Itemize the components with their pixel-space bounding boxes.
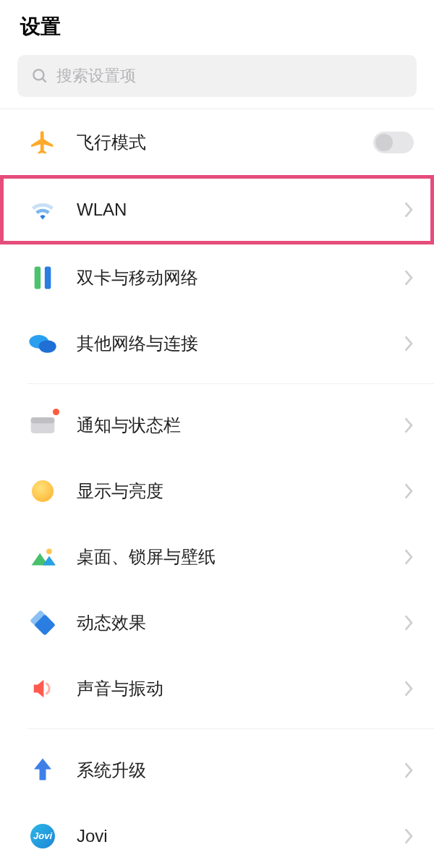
chevron-right-icon xyxy=(404,202,414,218)
row-label: 动态效果 xyxy=(77,611,404,634)
header: 设置 xyxy=(0,0,434,51)
group-separator xyxy=(0,376,434,392)
brightness-icon xyxy=(27,476,58,506)
row-wallpaper[interactable]: 桌面、锁屏与壁纸 xyxy=(0,524,434,590)
motion-icon xyxy=(27,608,58,638)
chevron-right-icon xyxy=(404,270,414,286)
row-display[interactable]: 显示与亮度 xyxy=(0,458,434,524)
chevron-right-icon xyxy=(404,417,414,433)
svg-point-5 xyxy=(39,340,56,352)
chevron-right-icon xyxy=(404,828,414,844)
svg-rect-7 xyxy=(31,417,55,423)
sound-icon xyxy=(27,673,58,704)
chevron-right-icon xyxy=(404,549,414,565)
row-label: 系统升级 xyxy=(77,759,404,782)
row-label: 其他网络与连接 xyxy=(77,332,404,355)
search-icon xyxy=(30,67,49,85)
wallpaper-icon xyxy=(27,542,58,572)
row-other-network[interactable]: 其他网络与连接 xyxy=(0,310,434,376)
chevron-right-icon xyxy=(404,681,414,697)
upgrade-icon xyxy=(27,755,58,786)
connections-icon xyxy=(27,328,58,359)
jovi-icon: Jovi xyxy=(27,821,58,851)
row-wlan[interactable]: WLAN xyxy=(0,175,434,244)
row-dual-sim[interactable]: 双卡与移动网络 xyxy=(0,244,434,310)
chevron-right-icon xyxy=(404,336,414,352)
airplane-toggle[interactable] xyxy=(373,132,414,153)
row-label: 通知与状态栏 xyxy=(77,414,404,437)
chevron-right-icon xyxy=(404,483,414,499)
page-title: 设置 xyxy=(20,13,414,41)
search-container: 搜索设置项 xyxy=(0,51,434,109)
search-placeholder: 搜索设置项 xyxy=(56,65,136,87)
badge-dot-icon xyxy=(53,409,59,415)
chevron-right-icon xyxy=(404,762,414,778)
svg-rect-2 xyxy=(35,266,41,289)
svg-point-0 xyxy=(33,69,43,80)
row-motion-effects[interactable]: 动态效果 xyxy=(0,590,434,655)
chevron-right-icon xyxy=(404,615,414,631)
row-airplane-mode[interactable]: 飞行模式 xyxy=(0,109,434,175)
row-label: 显示与亮度 xyxy=(77,480,404,503)
svg-rect-3 xyxy=(45,266,51,289)
row-label: 桌面、锁屏与壁纸 xyxy=(77,545,404,569)
group-separator xyxy=(0,721,434,737)
row-label: 双卡与移动网络 xyxy=(77,266,404,289)
svg-line-1 xyxy=(42,78,46,82)
row-jovi[interactable]: Jovi Jovi xyxy=(0,803,434,868)
row-label: 飞行模式 xyxy=(77,131,373,154)
svg-point-8 xyxy=(46,548,52,554)
row-label: Jovi xyxy=(77,826,404,846)
toggle-knob xyxy=(375,134,393,151)
row-sound[interactable]: 声音与振动 xyxy=(0,655,434,721)
row-notifications[interactable]: 通知与状态栏 xyxy=(0,392,434,458)
row-label: 声音与振动 xyxy=(77,677,404,700)
search-input[interactable]: 搜索设置项 xyxy=(17,55,417,97)
row-label: WLAN xyxy=(77,200,404,220)
notification-icon xyxy=(27,410,58,441)
airplane-icon xyxy=(27,127,58,158)
dual-sim-icon xyxy=(27,263,58,293)
row-system-upgrade[interactable]: 系统升级 xyxy=(0,737,434,803)
wifi-icon xyxy=(27,195,58,225)
